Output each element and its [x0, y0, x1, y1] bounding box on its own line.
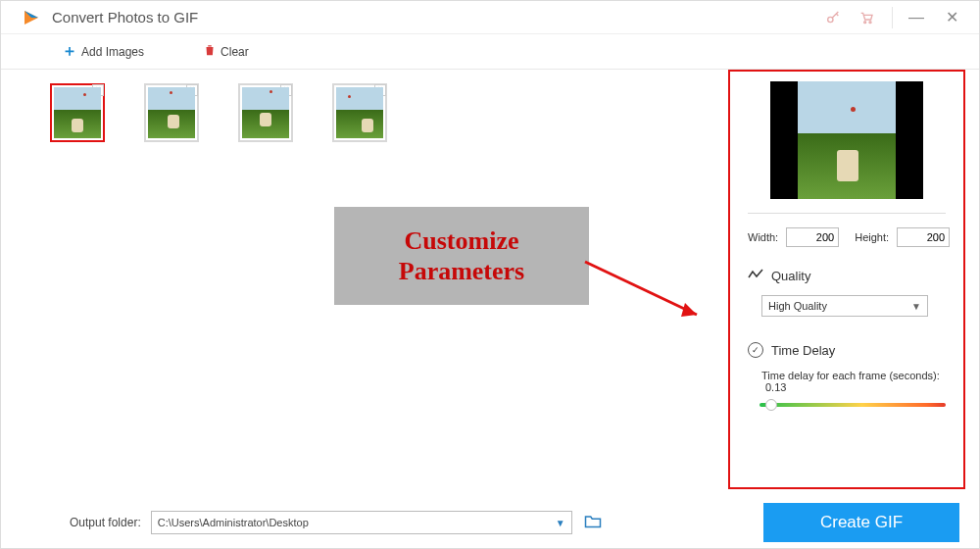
- delay-caption-row: Time delay for each frame (seconds): 0.1…: [761, 370, 946, 393]
- thumb-3[interactable]: ×: [238, 83, 293, 142]
- timedelay-section-header: ✓ Time Delay: [748, 342, 946, 358]
- window-title: Convert Photos to GIF: [52, 9, 198, 25]
- output-folder-dropdown[interactable]: C:\Users\Administrator\Desktop ▼: [151, 511, 572, 534]
- svg-point-1: [864, 21, 866, 23]
- quality-icon: [748, 269, 763, 283]
- output-path-text: C:\Users\Administrator\Desktop: [158, 517, 309, 528]
- width-input[interactable]: [786, 227, 839, 247]
- thumb-1[interactable]: ×: [50, 83, 105, 142]
- slider-knob[interactable]: [765, 399, 777, 411]
- create-gif-label: Create GIF: [820, 513, 903, 532]
- thumb-4[interactable]: ×: [332, 83, 387, 142]
- quality-label: Quality: [771, 269, 810, 283]
- app-logo-icon: [23, 9, 40, 26]
- app-window: Convert Photos to GIF — ✕ ＋ Add Images C…: [0, 0, 980, 549]
- browse-folder-button[interactable]: [584, 514, 602, 532]
- svg-point-0: [828, 17, 833, 22]
- clear-label: Clear: [220, 45, 249, 59]
- svg-point-2: [869, 21, 871, 23]
- preview-frame: [763, 81, 930, 199]
- chevron-down-icon: ▼: [911, 301, 921, 312]
- key-icon[interactable]: [819, 4, 847, 31]
- quality-section-header: Quality: [748, 269, 946, 283]
- titlebar: Convert Photos to GIF — ✕: [1, 1, 979, 34]
- delay-value: 0.13: [765, 381, 786, 393]
- quality-dropdown[interactable]: High Quality ▼: [761, 295, 928, 317]
- dimensions-row: Width: Height:: [748, 227, 946, 247]
- parameters-panel: Width: Height: Quality High Quality ▼ ✓ …: [728, 70, 965, 489]
- svg-line-3: [585, 262, 697, 315]
- thumbnail-row: × × × ×: [50, 83, 728, 142]
- add-images-label: Add Images: [81, 45, 144, 59]
- quality-value: High Quality: [768, 300, 827, 312]
- arrow-icon: [579, 256, 716, 334]
- toolbar: ＋ Add Images Clear: [1, 34, 979, 70]
- annotation-callout: Customize Parameters: [334, 207, 589, 305]
- chevron-down-icon: ▼: [556, 518, 565, 528]
- svg-marker-4: [681, 303, 697, 317]
- create-gif-button[interactable]: Create GIF: [763, 503, 959, 542]
- footer: Output folder: C:\Users\Administrator\De…: [1, 497, 979, 548]
- trash-icon: [203, 43, 217, 60]
- output-folder-label: Output folder:: [70, 516, 141, 529]
- add-images-button[interactable]: ＋ Add Images: [62, 41, 144, 62]
- cart-icon[interactable]: [853, 4, 880, 31]
- thumb-2[interactable]: ×: [144, 83, 199, 142]
- content: × × × × Customize Parameters: [1, 70, 979, 497]
- timedelay-label: Time Delay: [771, 343, 835, 358]
- delay-caption: Time delay for each frame (seconds):: [761, 370, 940, 381]
- frames-area: × × × × Customize Parameters: [1, 70, 728, 497]
- close-button[interactable]: ✕: [934, 4, 969, 31]
- clock-icon: ✓: [748, 342, 763, 358]
- width-label: Width:: [748, 231, 778, 243]
- minimize-button[interactable]: —: [899, 4, 934, 31]
- height-label: Height:: [855, 231, 889, 243]
- delay-slider[interactable]: [760, 403, 946, 407]
- annotation-text: Customize Parameters: [399, 225, 524, 286]
- height-input[interactable]: [897, 227, 950, 247]
- plus-icon: ＋: [62, 41, 77, 62]
- clear-button[interactable]: Clear: [203, 43, 249, 60]
